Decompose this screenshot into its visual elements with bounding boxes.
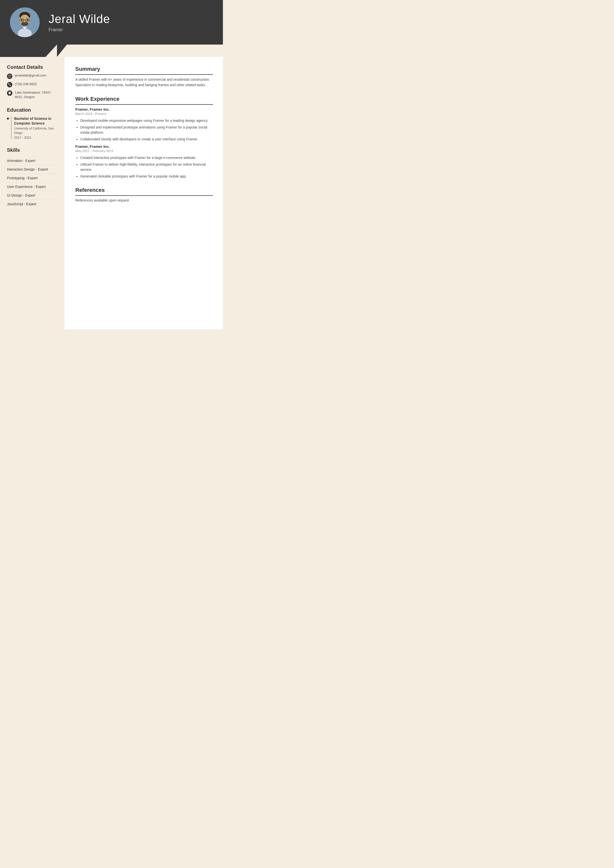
education-section: Education Bachelor of Science in Compute… xyxy=(7,107,58,140)
job-bullet: Collaborated closely with developers to … xyxy=(80,136,213,142)
job-bullet: Created interactive prototypes with Fram… xyxy=(80,155,213,160)
skill-item: UI Design - Expert xyxy=(7,191,58,200)
references-section: References References available upon req… xyxy=(75,187,213,202)
skill-item: JavaScript - Expert xyxy=(7,200,58,208)
candidate-title: Framer xyxy=(48,27,110,33)
skill-item: Prototyping - Expert xyxy=(7,174,58,183)
references-text: References available upon request xyxy=(75,198,213,202)
summary-text: A skilled Framer with 6+ years of experi… xyxy=(75,77,213,88)
page-header: Jeral Wilde Framer xyxy=(0,0,223,45)
email-icon xyxy=(7,73,12,79)
edu-bullet-icon xyxy=(7,118,9,119)
job-bullet: Utilized Framer to deliver high-fidelity… xyxy=(80,162,213,172)
contact-phone-item: (726) 039 8825 xyxy=(7,82,58,87)
job-bullet: Designed and implemented prototype anima… xyxy=(80,125,213,135)
contact-section: Contact Details jeralwilde@gmail.com (72… xyxy=(7,64,58,99)
body-layout: Contact Details jeralwilde@gmail.com (72… xyxy=(0,57,223,329)
job-title: Framer, Framer Inc. xyxy=(75,107,213,112)
chevron-divider xyxy=(0,45,223,57)
jobs-list: Framer, Framer Inc.March 2023 - PresentD… xyxy=(75,107,213,179)
phone-icon xyxy=(7,82,12,87)
chevron-left xyxy=(0,45,57,57)
job-item: Framer, Framer Inc.March 2023 - PresentD… xyxy=(75,107,213,142)
skills-section: Skills Animation - ExpertInteraction Des… xyxy=(7,147,58,208)
contact-section-title: Contact Details xyxy=(7,64,58,70)
avatar xyxy=(10,8,40,37)
edu-school: University of California, San Diego xyxy=(14,126,58,135)
contact-address-item: Lake Santinaland, 74537-8031, Oregon xyxy=(7,90,58,99)
header-text: Jeral Wilde Framer xyxy=(48,12,110,33)
references-title: References xyxy=(75,187,213,196)
education-section-title: Education xyxy=(7,107,58,113)
location-icon xyxy=(7,90,12,96)
skill-item: User Experience - Expert xyxy=(7,183,58,191)
address-text: Lake Santinaland, 74537-8031, Oregon xyxy=(15,90,58,99)
skills-section-title: Skills xyxy=(7,147,58,153)
job-item: Framer, Framer Inc.May 2021 - February 2… xyxy=(75,144,213,179)
chevron-arrow xyxy=(57,45,67,57)
job-bullet: Generated clickable prototypes with Fram… xyxy=(80,174,213,179)
edu-years: 2017 - 2021 xyxy=(14,136,58,140)
svg-point-8 xyxy=(21,19,23,21)
svg-point-10 xyxy=(24,22,25,23)
summary-title: Summary xyxy=(75,66,213,75)
job-bullet: Developed mobile-responsive webpages usi… xyxy=(80,118,213,123)
edu-content: Bachelor of Science in Computer Science … xyxy=(11,116,58,140)
skills-list: Animation - ExpertInteraction Design - E… xyxy=(7,157,58,208)
email-link[interactable]: jeralwilde@gmail.com xyxy=(15,73,46,77)
skill-item: Animation - Expert xyxy=(7,157,58,165)
candidate-name: Jeral Wilde xyxy=(48,12,110,26)
summary-section: Summary A skilled Framer with 6+ years o… xyxy=(75,66,213,88)
svg-point-13 xyxy=(9,92,10,93)
skill-item: Interaction Design - Expert xyxy=(7,165,58,174)
work-experience-title: Work Experience xyxy=(75,96,213,105)
phone-text: (726) 039 8825 xyxy=(15,82,37,87)
sidebar: Contact Details jeralwilde@gmail.com (72… xyxy=(0,57,64,329)
edu-degree: Bachelor of Science in Computer Science xyxy=(14,116,58,125)
work-experience-section: Work Experience Framer, Framer Inc.March… xyxy=(75,96,213,179)
education-item: Bachelor of Science in Computer Science … xyxy=(7,116,58,140)
svg-point-9 xyxy=(27,19,28,21)
job-date: March 2023 - Present xyxy=(75,112,213,116)
job-bullets: Developed mobile-responsive webpages usi… xyxy=(75,118,213,142)
job-bullets: Created interactive prototypes with Fram… xyxy=(75,155,213,179)
main-content: Summary A skilled Framer with 6+ years o… xyxy=(64,57,223,329)
contact-email-item: jeralwilde@gmail.com xyxy=(7,73,58,79)
job-title: Framer, Framer Inc. xyxy=(75,144,213,149)
job-date: May 2021 - February 2023 xyxy=(75,149,213,153)
